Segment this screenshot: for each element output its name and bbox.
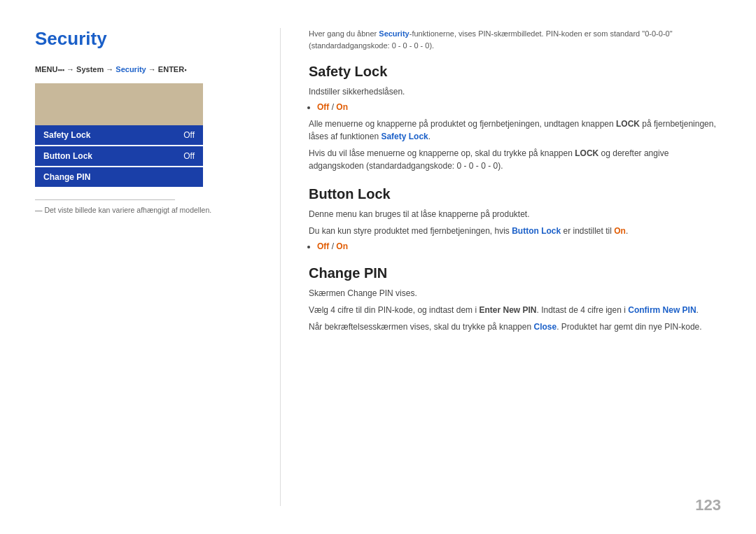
menu-item-value: Off: [183, 151, 195, 161]
menu-item-label: Safety Lock: [43, 130, 90, 140]
change-pin-desc2: Vælg 4 cifre til din PIN-kode, og indtas…: [309, 304, 721, 316]
menu-items-list: Safety Lock Off Button Lock Off Change P…: [35, 125, 203, 187]
button-lock-desc2: Du kan kun styre produktet med fjernbetj…: [309, 225, 721, 237]
button-lock-options: Off / On: [317, 241, 721, 251]
vertical-divider: [280, 28, 281, 506]
section-change-pin: Change PIN Skærmen Change PIN vises. Væl…: [309, 265, 721, 333]
left-panel: Security MENU▪▪▪ → System → Security → E…: [35, 28, 259, 506]
menu-item-button-lock[interactable]: Button Lock Off: [35, 146, 203, 166]
footnote: — Det viste billede kan variere afhængig…: [35, 206, 238, 214]
menu-item-label: Button Lock: [43, 151, 92, 161]
change-pin-desc1: Skærmen Change PIN vises.: [309, 287, 721, 300]
right-panel: Hver gang du åbner Security-funktionerne…: [302, 28, 721, 506]
menu-item-label: Change PIN: [43, 172, 90, 182]
menu-item-safety-lock[interactable]: Safety Lock Off: [35, 125, 203, 145]
safety-lock-option: Off / On: [317, 102, 721, 112]
top-note: Hver gang du åbner Security-funktionerne…: [309, 28, 721, 51]
safety-lock-options: Off / On: [317, 102, 721, 112]
left-divider: [35, 199, 175, 200]
section-title-change-pin: Change PIN: [309, 265, 721, 281]
menu-path: MENU▪▪▪ → System → Security → ENTER▪: [35, 65, 238, 73]
safety-lock-desc2: Alle menuerne og knapperne på produktet …: [309, 118, 721, 143]
section-title-button-lock: Button Lock: [309, 186, 721, 202]
page-number: 123: [695, 496, 721, 514]
change-pin-desc3: Når bekræftelsesskærmen vises, skal du t…: [309, 321, 721, 333]
safety-lock-desc1: Indstiller sikkerhedslåsen.: [309, 85, 721, 98]
screen-mockup: [35, 83, 203, 125]
page-container: Security MENU▪▪▪ → System → Security → E…: [0, 0, 756, 534]
button-lock-desc1: Denne menu kan bruges til at låse knappe…: [309, 208, 721, 220]
menu-item-change-pin[interactable]: Change PIN: [35, 167, 203, 187]
section-button-lock: Button Lock Denne menu kan bruges til at…: [309, 186, 721, 251]
section-title-safety-lock: Safety Lock: [309, 64, 721, 80]
safety-lock-desc3: Hvis du vil låse menuerne og knapperne o…: [309, 147, 721, 172]
button-lock-option: Off / On: [317, 241, 721, 251]
page-title: Security: [35, 28, 238, 50]
section-safety-lock: Safety Lock Indstiller sikkerhedslåsen. …: [309, 64, 721, 172]
menu-item-value: Off: [183, 130, 195, 140]
